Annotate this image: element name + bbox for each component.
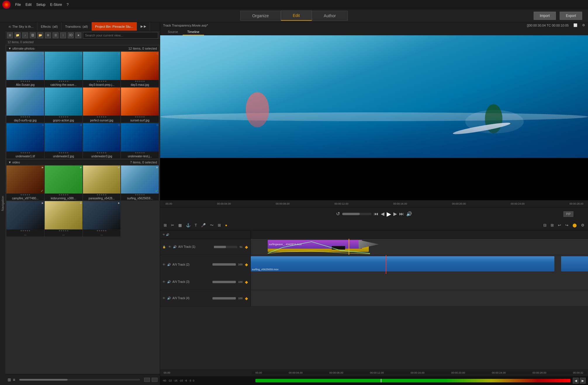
photo-item-9[interactable]: □ ★★★★★ underwater2.jpg bbox=[45, 123, 82, 158]
pb-skip-end[interactable]: ⏭ bbox=[399, 211, 404, 217]
track-3-keyframe[interactable]: ◆ bbox=[245, 280, 248, 284]
track-2-eye[interactable]: 👁 bbox=[162, 263, 165, 266]
pb-next-frame[interactable]: ▶ bbox=[393, 211, 397, 217]
photo-item-5[interactable]: □ ★★★★★ gopro-action.jpg bbox=[45, 88, 82, 123]
tl-btn-snap[interactable]: ⊞ bbox=[162, 222, 168, 228]
tl-btn-wave[interactable]: 〜 bbox=[209, 222, 215, 229]
pb-loop[interactable]: ↺ bbox=[336, 211, 340, 217]
menu-file[interactable]: File bbox=[15, 3, 21, 7]
photo-item-6[interactable]: □ ★★★★★ perfect-sunset.jpg bbox=[83, 88, 121, 123]
tl-btn-zoom-in[interactable]: ⊞ bbox=[549, 222, 555, 228]
tl-btn-redo[interactable]: ↪ bbox=[564, 222, 570, 228]
panel-tab-sky[interactable]: n: The Sky is th... bbox=[5, 22, 37, 31]
track-content-2[interactable]: surfing_v5625659.mov bbox=[251, 255, 588, 274]
tl-btn-grid[interactable]: ⊞ bbox=[217, 222, 222, 228]
track-3-volume[interactable] bbox=[212, 281, 236, 283]
menu-help[interactable]: ? bbox=[67, 3, 69, 7]
photo-item-10[interactable]: □ ★★★★★ underwater3.jpg bbox=[83, 123, 121, 158]
pip-button[interactable]: PIP bbox=[563, 212, 573, 216]
preview-icon-expand[interactable]: ⬜ bbox=[573, 23, 577, 27]
video-item-1[interactable]: ▶ ★★★★★ kidsrunning_v388... bbox=[45, 166, 82, 201]
toolbar-btn-3d[interactable]: 3D bbox=[68, 32, 74, 38]
track-1-audio[interactable]: 🔊 bbox=[173, 245, 177, 248]
tl-btn-orange2[interactable]: ⬤ bbox=[571, 222, 578, 228]
level-scroll-left[interactable]: ◀ bbox=[573, 378, 579, 384]
pb-skip-start[interactable]: ⏮ bbox=[374, 211, 378, 217]
toolbar-btn-list[interactable]: ☰ bbox=[53, 32, 58, 38]
import-button[interactable]: Import bbox=[534, 12, 556, 20]
tl-btn-t[interactable]: T bbox=[193, 222, 198, 228]
video-item-0[interactable]: ▶ ✓ ★★★★★ campfire_v977480... bbox=[6, 166, 44, 201]
toolbar-btn-sort[interactable]: ↕ bbox=[60, 32, 66, 38]
tl-btn-color[interactable]: ● bbox=[224, 222, 229, 228]
tab-organize[interactable]: Organize bbox=[240, 11, 281, 21]
toolbar-btn-folder[interactable]: 📂 bbox=[37, 32, 43, 38]
video-item-4[interactable]: ▶ ★★★★★ ... bbox=[6, 201, 44, 236]
track-4-eye[interactable]: 👁 bbox=[162, 297, 165, 300]
track-3-eye[interactable]: 👁 bbox=[162, 280, 165, 283]
panel-tab-close[interactable]: ▶ ▶ bbox=[137, 22, 150, 31]
menu-setup[interactable]: Setup bbox=[36, 3, 45, 7]
photo-item-0[interactable]: □ ★★★★★ Alix-Susan.jpg bbox=[6, 52, 44, 87]
menu-estore[interactable]: E-Store bbox=[50, 3, 62, 7]
panel-tab-project[interactable]: Project Bin: Pinnacle Stu... bbox=[92, 22, 137, 31]
track-content-3[interactable] bbox=[251, 274, 588, 290]
toolbar-btn-3[interactable]: ⚙ bbox=[45, 32, 51, 38]
track-2-keyframe[interactable]: ◆ bbox=[245, 262, 248, 267]
level-scroll-right[interactable]: ▶ bbox=[580, 378, 586, 384]
tl-btn-cut[interactable]: ✂ bbox=[170, 222, 175, 228]
track-1-lock[interactable]: 🔒 bbox=[162, 245, 167, 248]
video-item-2[interactable]: ▶ ★★★★★ parasailing_v5428... bbox=[83, 166, 121, 201]
pb-prev-frame[interactable]: ◀ bbox=[381, 211, 384, 217]
track-content-1[interactable]: surfingwave_..4342874.mov bbox=[251, 239, 588, 255]
pb-play[interactable]: ▶ bbox=[387, 210, 391, 217]
preview-icon-settings[interactable]: ⚙ bbox=[582, 23, 585, 27]
tl-btn-undo[interactable]: ↩ bbox=[557, 222, 562, 228]
tab-edit[interactable]: Edit bbox=[281, 11, 312, 21]
toolbar-btn-rate[interactable]: ★ bbox=[75, 32, 81, 38]
toolbar-btn-2[interactable]: 📁 bbox=[15, 32, 20, 38]
track-4-volume[interactable] bbox=[212, 297, 236, 299]
video-item-6[interactable]: ▶ ★★★★★ ... bbox=[83, 201, 121, 236]
toolbar-btn-1[interactable]: ⊞ bbox=[7, 32, 13, 38]
menu-edit[interactable]: Edit bbox=[25, 3, 32, 7]
preview-tab-source[interactable]: Source bbox=[163, 29, 183, 35]
clip-1-main[interactable]: surfingwave_..4342874.mov bbox=[268, 240, 362, 249]
export-button[interactable]: Export bbox=[560, 12, 582, 20]
track-4-keyframe[interactable]: ◆ bbox=[245, 296, 248, 301]
track-1-eye[interactable]: 👁 bbox=[168, 245, 171, 248]
tab-author[interactable]: Author bbox=[312, 11, 348, 21]
tl-btn-hook[interactable]: ⚓ bbox=[185, 222, 192, 228]
tl-btn-mic[interactable]: 🎤 bbox=[200, 222, 207, 228]
video-item-3[interactable]: ▶ ✓ ★★★★★ surfing_v5625659... bbox=[121, 166, 159, 201]
pb-volume[interactable]: 🔊 bbox=[406, 211, 412, 217]
panel-tab-effects[interactable]: Effects: (all) bbox=[37, 22, 62, 31]
view-btn-list[interactable]: ≡ bbox=[13, 377, 15, 382]
photo-item-1[interactable]: □ ★★★★★ catching-the-wave... bbox=[45, 52, 82, 87]
panel-tab-transitions[interactable]: Transitions: (all) bbox=[62, 22, 92, 31]
view-btn-grid[interactable]: ⊞ bbox=[8, 377, 11, 382]
preview-tab-timeline[interactable]: Timeline bbox=[183, 29, 204, 35]
track-2-volume[interactable] bbox=[212, 263, 236, 266]
photo-item-2[interactable]: □ ★★★★★ day3-board-prep.j... bbox=[83, 52, 121, 87]
clip-2-end[interactable] bbox=[561, 256, 588, 271]
photo-item-3[interactable]: □ ★★★★★ day3-maui.jpg bbox=[121, 52, 159, 87]
clip-2-main[interactable]: surfing_v5625659.mov bbox=[251, 256, 554, 271]
track-content-4[interactable] bbox=[251, 290, 588, 306]
navigation-tab[interactable]: Navigation bbox=[0, 22, 5, 385]
track-1-volume[interactable] bbox=[214, 246, 237, 248]
photo-item-8[interactable]: □ ★★★★★ underwater1.tif bbox=[6, 123, 44, 158]
video-item-5[interactable]: ▶ ★★★★★ ... bbox=[45, 201, 82, 236]
photo-item-11[interactable]: □ ★★★★★ underwater-test.j... bbox=[121, 123, 159, 158]
track-4-audio[interactable]: 🔊 bbox=[167, 297, 171, 300]
toolbar-btn-img[interactable]: 🖼 bbox=[30, 32, 36, 38]
clip-1-dark[interactable] bbox=[332, 246, 345, 250]
tl-btn-settings[interactable]: ⚙ bbox=[580, 222, 586, 228]
tl-btn-bar[interactable]: ▦ bbox=[177, 222, 183, 228]
photo-item-7[interactable]: □ ★★★★★ sunset-surf.jpg bbox=[121, 88, 159, 123]
track-1-keyframe[interactable]: ◆ bbox=[245, 245, 248, 249]
photo-item-4[interactable]: □ ★★★★★ day3-surfs-up.jpg bbox=[6, 88, 44, 123]
tl-btn-zoom-out[interactable]: ⊟ bbox=[542, 222, 548, 228]
track-2-audio[interactable]: 🔊 bbox=[167, 263, 171, 266]
search-input[interactable] bbox=[83, 32, 158, 39]
